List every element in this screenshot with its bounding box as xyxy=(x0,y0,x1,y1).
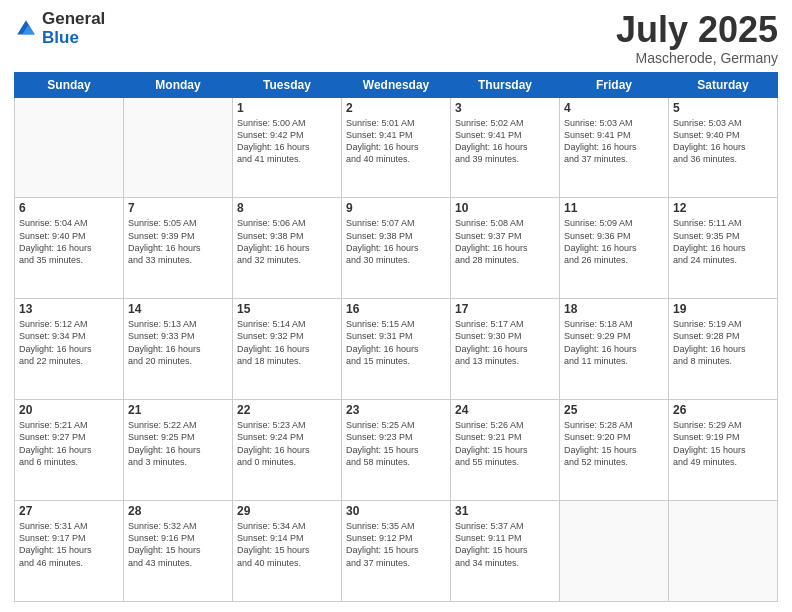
day-info: Sunrise: 5:22 AM Sunset: 9:25 PM Dayligh… xyxy=(128,419,228,468)
day-info: Sunrise: 5:01 AM Sunset: 9:41 PM Dayligh… xyxy=(346,117,446,166)
day-info: Sunrise: 5:08 AM Sunset: 9:37 PM Dayligh… xyxy=(455,217,555,266)
day-number: 3 xyxy=(455,101,555,115)
table-row: 24Sunrise: 5:26 AM Sunset: 9:21 PM Dayli… xyxy=(451,400,560,501)
day-info: Sunrise: 5:32 AM Sunset: 9:16 PM Dayligh… xyxy=(128,520,228,569)
table-row: 11Sunrise: 5:09 AM Sunset: 9:36 PM Dayli… xyxy=(560,198,669,299)
day-info: Sunrise: 5:18 AM Sunset: 9:29 PM Dayligh… xyxy=(564,318,664,367)
day-number: 24 xyxy=(455,403,555,417)
day-info: Sunrise: 5:12 AM Sunset: 9:34 PM Dayligh… xyxy=(19,318,119,367)
table-row: 26Sunrise: 5:29 AM Sunset: 9:19 PM Dayli… xyxy=(669,400,778,501)
title-block: July 2025 Mascherode, Germany xyxy=(616,10,778,66)
table-row: 25Sunrise: 5:28 AM Sunset: 9:20 PM Dayli… xyxy=(560,400,669,501)
day-number: 29 xyxy=(237,504,337,518)
table-row: 22Sunrise: 5:23 AM Sunset: 9:24 PM Dayli… xyxy=(233,400,342,501)
table-row: 8Sunrise: 5:06 AM Sunset: 9:38 PM Daylig… xyxy=(233,198,342,299)
table-row: 31Sunrise: 5:37 AM Sunset: 9:11 PM Dayli… xyxy=(451,501,560,602)
table-row: 28Sunrise: 5:32 AM Sunset: 9:16 PM Dayli… xyxy=(124,501,233,602)
logo-icon xyxy=(14,17,38,41)
day-info: Sunrise: 5:05 AM Sunset: 9:39 PM Dayligh… xyxy=(128,217,228,266)
day-info: Sunrise: 5:14 AM Sunset: 9:32 PM Dayligh… xyxy=(237,318,337,367)
calendar-week-row: 27Sunrise: 5:31 AM Sunset: 9:17 PM Dayli… xyxy=(15,501,778,602)
day-number: 18 xyxy=(564,302,664,316)
col-saturday: Saturday xyxy=(669,72,778,97)
table-row: 21Sunrise: 5:22 AM Sunset: 9:25 PM Dayli… xyxy=(124,400,233,501)
day-number: 25 xyxy=(564,403,664,417)
day-info: Sunrise: 5:28 AM Sunset: 9:20 PM Dayligh… xyxy=(564,419,664,468)
table-row: 16Sunrise: 5:15 AM Sunset: 9:31 PM Dayli… xyxy=(342,299,451,400)
table-row: 6Sunrise: 5:04 AM Sunset: 9:40 PM Daylig… xyxy=(15,198,124,299)
header: General Blue July 2025 Mascherode, Germa… xyxy=(14,10,778,66)
day-info: Sunrise: 5:09 AM Sunset: 9:36 PM Dayligh… xyxy=(564,217,664,266)
table-row: 15Sunrise: 5:14 AM Sunset: 9:32 PM Dayli… xyxy=(233,299,342,400)
day-info: Sunrise: 5:19 AM Sunset: 9:28 PM Dayligh… xyxy=(673,318,773,367)
table-row xyxy=(560,501,669,602)
col-wednesday: Wednesday xyxy=(342,72,451,97)
day-info: Sunrise: 5:00 AM Sunset: 9:42 PM Dayligh… xyxy=(237,117,337,166)
day-info: Sunrise: 5:34 AM Sunset: 9:14 PM Dayligh… xyxy=(237,520,337,569)
calendar-header-row: Sunday Monday Tuesday Wednesday Thursday… xyxy=(15,72,778,97)
day-info: Sunrise: 5:02 AM Sunset: 9:41 PM Dayligh… xyxy=(455,117,555,166)
day-number: 10 xyxy=(455,201,555,215)
table-row: 1Sunrise: 5:00 AM Sunset: 9:42 PM Daylig… xyxy=(233,97,342,198)
day-number: 22 xyxy=(237,403,337,417)
logo: General Blue xyxy=(14,10,105,47)
day-info: Sunrise: 5:37 AM Sunset: 9:11 PM Dayligh… xyxy=(455,520,555,569)
day-number: 23 xyxy=(346,403,446,417)
table-row: 19Sunrise: 5:19 AM Sunset: 9:28 PM Dayli… xyxy=(669,299,778,400)
day-info: Sunrise: 5:06 AM Sunset: 9:38 PM Dayligh… xyxy=(237,217,337,266)
logo-text: General Blue xyxy=(42,10,105,47)
day-number: 20 xyxy=(19,403,119,417)
table-row: 12Sunrise: 5:11 AM Sunset: 9:35 PM Dayli… xyxy=(669,198,778,299)
day-info: Sunrise: 5:03 AM Sunset: 9:40 PM Dayligh… xyxy=(673,117,773,166)
day-number: 14 xyxy=(128,302,228,316)
table-row: 7Sunrise: 5:05 AM Sunset: 9:39 PM Daylig… xyxy=(124,198,233,299)
col-friday: Friday xyxy=(560,72,669,97)
calendar-week-row: 1Sunrise: 5:00 AM Sunset: 9:42 PM Daylig… xyxy=(15,97,778,198)
table-row xyxy=(15,97,124,198)
day-info: Sunrise: 5:07 AM Sunset: 9:38 PM Dayligh… xyxy=(346,217,446,266)
col-thursday: Thursday xyxy=(451,72,560,97)
table-row: 14Sunrise: 5:13 AM Sunset: 9:33 PM Dayli… xyxy=(124,299,233,400)
day-number: 28 xyxy=(128,504,228,518)
table-row: 29Sunrise: 5:34 AM Sunset: 9:14 PM Dayli… xyxy=(233,501,342,602)
col-tuesday: Tuesday xyxy=(233,72,342,97)
calendar-week-row: 13Sunrise: 5:12 AM Sunset: 9:34 PM Dayli… xyxy=(15,299,778,400)
day-number: 16 xyxy=(346,302,446,316)
day-number: 11 xyxy=(564,201,664,215)
day-info: Sunrise: 5:03 AM Sunset: 9:41 PM Dayligh… xyxy=(564,117,664,166)
day-number: 26 xyxy=(673,403,773,417)
day-info: Sunrise: 5:17 AM Sunset: 9:30 PM Dayligh… xyxy=(455,318,555,367)
col-sunday: Sunday xyxy=(15,72,124,97)
table-row: 3Sunrise: 5:02 AM Sunset: 9:41 PM Daylig… xyxy=(451,97,560,198)
table-row: 9Sunrise: 5:07 AM Sunset: 9:38 PM Daylig… xyxy=(342,198,451,299)
day-info: Sunrise: 5:04 AM Sunset: 9:40 PM Dayligh… xyxy=(19,217,119,266)
day-number: 21 xyxy=(128,403,228,417)
table-row xyxy=(669,501,778,602)
month-title: July 2025 xyxy=(616,10,778,50)
table-row: 13Sunrise: 5:12 AM Sunset: 9:34 PM Dayli… xyxy=(15,299,124,400)
location-subtitle: Mascherode, Germany xyxy=(616,50,778,66)
day-number: 7 xyxy=(128,201,228,215)
day-number: 19 xyxy=(673,302,773,316)
day-number: 4 xyxy=(564,101,664,115)
table-row: 2Sunrise: 5:01 AM Sunset: 9:41 PM Daylig… xyxy=(342,97,451,198)
table-row: 5Sunrise: 5:03 AM Sunset: 9:40 PM Daylig… xyxy=(669,97,778,198)
day-number: 2 xyxy=(346,101,446,115)
table-row: 23Sunrise: 5:25 AM Sunset: 9:23 PM Dayli… xyxy=(342,400,451,501)
logo-general-text: General xyxy=(42,10,105,29)
day-info: Sunrise: 5:26 AM Sunset: 9:21 PM Dayligh… xyxy=(455,419,555,468)
day-number: 6 xyxy=(19,201,119,215)
day-number: 15 xyxy=(237,302,337,316)
table-row: 20Sunrise: 5:21 AM Sunset: 9:27 PM Dayli… xyxy=(15,400,124,501)
day-number: 13 xyxy=(19,302,119,316)
day-number: 27 xyxy=(19,504,119,518)
table-row: 18Sunrise: 5:18 AM Sunset: 9:29 PM Dayli… xyxy=(560,299,669,400)
page: General Blue July 2025 Mascherode, Germa… xyxy=(0,0,792,612)
day-info: Sunrise: 5:13 AM Sunset: 9:33 PM Dayligh… xyxy=(128,318,228,367)
col-monday: Monday xyxy=(124,72,233,97)
table-row: 30Sunrise: 5:35 AM Sunset: 9:12 PM Dayli… xyxy=(342,501,451,602)
day-info: Sunrise: 5:35 AM Sunset: 9:12 PM Dayligh… xyxy=(346,520,446,569)
day-info: Sunrise: 5:25 AM Sunset: 9:23 PM Dayligh… xyxy=(346,419,446,468)
table-row: 10Sunrise: 5:08 AM Sunset: 9:37 PM Dayli… xyxy=(451,198,560,299)
table-row: 17Sunrise: 5:17 AM Sunset: 9:30 PM Dayli… xyxy=(451,299,560,400)
